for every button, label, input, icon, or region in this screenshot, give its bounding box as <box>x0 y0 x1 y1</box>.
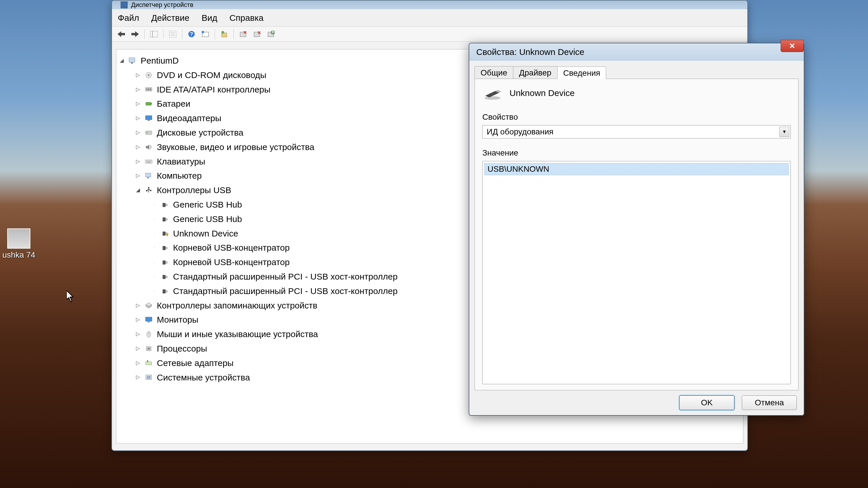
svg-rect-52 <box>163 260 165 264</box>
svg-point-21 <box>148 74 150 76</box>
cancel-button[interactable]: Отмена <box>742 395 797 410</box>
svg-rect-34 <box>148 161 148 161</box>
tree-category-label: Компьютер <box>157 168 202 183</box>
tab-panel-details: Unknown Device Свойство ИД оборудования … <box>474 78 799 390</box>
expand-icon[interactable]: ▷ <box>135 360 141 366</box>
help-button[interactable]: ? <box>185 28 198 40</box>
disc-icon <box>144 71 153 79</box>
svg-rect-33 <box>146 161 147 161</box>
monitor-icon <box>144 316 153 324</box>
svg-rect-65 <box>147 360 148 362</box>
expand-icon[interactable]: ▷ <box>135 375 141 380</box>
scan-hardware-button[interactable] <box>199 28 212 40</box>
battery-icon <box>144 100 153 108</box>
collapse-icon[interactable]: ◢ <box>119 58 124 63</box>
toolbar-separator <box>163 29 163 39</box>
tab-details[interactable]: Сведения <box>557 66 607 79</box>
expand-icon[interactable]: ▷ <box>135 87 141 92</box>
update-driver-button[interactable] <box>218 28 230 40</box>
tree-leaf-spacer: · <box>152 202 157 207</box>
usb-device-icon <box>482 86 503 100</box>
value-listbox[interactable]: USB\UNKNOWN <box>482 161 791 384</box>
device-name-label: Unknown Device <box>509 88 575 98</box>
expand-icon[interactable]: ▷ <box>135 317 141 322</box>
network-icon <box>144 359 153 367</box>
tree-category-label: Звуковые, видео и игровые устройства <box>157 140 314 154</box>
menu-view[interactable]: Вид <box>202 13 217 23</box>
svg-rect-69 <box>147 378 151 379</box>
usbdev-icon <box>160 258 169 266</box>
tab-strip: Общие Драйвер Сведения <box>474 65 799 78</box>
uninstall-button[interactable] <box>237 28 249 40</box>
expand-icon[interactable]: ▷ <box>135 303 141 308</box>
hdd-icon <box>144 129 153 137</box>
desktop-shortcut-thumb <box>7 228 30 249</box>
svg-text:?: ? <box>190 31 193 37</box>
display-icon <box>144 114 153 122</box>
tree-leaf-spacer: · <box>152 217 157 222</box>
expand-icon[interactable]: ▷ <box>135 332 141 337</box>
dialog-title: Свойства: Unknown Device <box>476 47 585 57</box>
expand-icon[interactable]: ▷ <box>135 346 141 351</box>
tree-device-label: Стандартный расширенный PCI - USB хост-к… <box>173 284 398 298</box>
menu-action[interactable]: Действие <box>151 13 189 23</box>
properties-dialog: Свойства: Unknown Device ✕ Общие Драйвер… <box>469 43 804 416</box>
menu-help[interactable]: Справка <box>229 13 264 23</box>
tree-leaf-spacer: · <box>152 260 157 265</box>
expand-icon[interactable]: ▷ <box>135 144 141 150</box>
window-title: Диспетчер устройств <box>131 1 193 9</box>
tree-device-label: Корневой USB-концентратор <box>173 240 290 255</box>
system-icon <box>144 373 153 381</box>
disable-button[interactable] <box>251 28 263 40</box>
svg-rect-35 <box>149 161 150 161</box>
svg-rect-50 <box>163 246 165 250</box>
enable-button[interactable] <box>265 28 277 40</box>
tree-category-label: Контроллеры USB <box>157 183 231 197</box>
svg-rect-23 <box>146 89 148 90</box>
app-icon <box>121 1 128 8</box>
tree-category-label: IDE ATA/ATAPI контроллеры <box>157 83 271 97</box>
expand-icon[interactable]: ▷ <box>135 173 141 178</box>
tree-category-label: Видеоадаптеры <box>157 111 221 126</box>
show-hide-tree-button[interactable] <box>148 28 160 40</box>
keyboard-icon <box>144 157 153 165</box>
properties-button[interactable] <box>166 28 179 40</box>
svg-rect-55 <box>165 276 167 278</box>
svg-point-11 <box>221 31 224 34</box>
ide-icon <box>144 85 153 93</box>
forward-button[interactable] <box>129 28 142 40</box>
svg-rect-64 <box>146 362 152 365</box>
tab-general[interactable]: Общие <box>474 66 513 78</box>
expand-icon[interactable]: ▷ <box>135 72 141 78</box>
usb-icon <box>144 186 153 194</box>
value-list-item[interactable]: USB\UNKNOWN <box>484 163 789 175</box>
computer-icon <box>144 172 153 180</box>
expand-icon[interactable]: ▷ <box>135 130 141 135</box>
back-button[interactable] <box>115 28 128 40</box>
toolbar-separator <box>234 29 234 39</box>
expand-icon[interactable]: ▷ <box>135 116 141 121</box>
svg-rect-66 <box>146 375 152 380</box>
usbdev-warn-icon: ! <box>160 229 169 237</box>
usbdev-icon <box>160 272 169 281</box>
storage-icon <box>144 301 153 310</box>
chevron-down-icon[interactable]: ▼ <box>779 127 789 137</box>
svg-rect-26 <box>146 102 151 105</box>
ok-button[interactable]: OK <box>679 395 734 410</box>
collapse-icon[interactable]: ◢ <box>135 188 141 193</box>
tree-root-label: PentiumD <box>141 54 179 68</box>
menu-file[interactable]: Файл <box>118 13 139 23</box>
computer-icon <box>128 57 137 65</box>
window-title-bar[interactable]: Диспетчер устройств <box>112 1 747 9</box>
toolbar-separator <box>182 29 182 39</box>
desktop-shortcut[interactable]: ushka 74 <box>0 228 38 260</box>
toolbar: ? <box>112 27 747 42</box>
tab-driver[interactable]: Драйвер <box>513 66 557 78</box>
dialog-title-bar[interactable]: Свойства: Unknown Device ✕ <box>469 43 804 61</box>
close-button[interactable]: ✕ <box>781 40 804 52</box>
expand-icon[interactable]: ▷ <box>135 101 141 106</box>
property-combo[interactable]: ИД оборудования ▼ <box>482 125 791 138</box>
tree-category-label: Клавиатуры <box>157 154 205 169</box>
expand-icon[interactable]: ▷ <box>135 159 141 164</box>
tree-category-label: Мониторы <box>157 313 198 327</box>
